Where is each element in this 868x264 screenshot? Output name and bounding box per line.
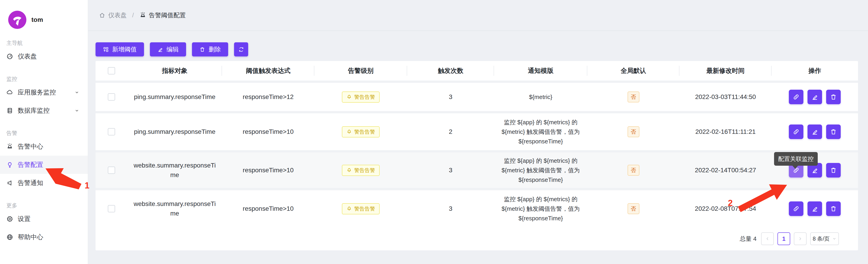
appstore-add-icon	[103, 47, 109, 53]
trash-icon	[830, 128, 837, 136]
edit-pen-icon	[811, 128, 818, 136]
col-header-updated: 最新修改时间	[679, 66, 772, 75]
row-edit-button[interactable]	[807, 124, 822, 139]
link-icon	[793, 128, 800, 136]
page-size-select[interactable]: 8 条/页	[810, 232, 839, 245]
edit-pen-icon	[811, 205, 818, 212]
table-footer: 总量 4 1 8 条/页	[96, 227, 858, 250]
page-number[interactable]: 1	[777, 232, 790, 245]
megaphone-icon	[6, 180, 13, 186]
next-page-button[interactable]	[794, 232, 807, 245]
chevron-down-icon	[74, 90, 80, 95]
table-header: 指标对象 阈值触发表达式 告警级别 触发次数 通知模版 全局默认 最新修改时间 …	[96, 61, 858, 81]
chevron-right-icon	[798, 236, 803, 241]
select-all-checkbox[interactable]	[108, 67, 115, 75]
sidebar-item-alert-center[interactable]: 告警中心	[0, 138, 88, 156]
row-checkbox[interactable]	[108, 167, 115, 174]
dashboard-icon	[6, 53, 13, 60]
row-edit-button[interactable]	[807, 201, 822, 216]
link-icon	[793, 205, 800, 212]
gear-icon	[6, 215, 13, 222]
breadcrumb-dashboard-link[interactable]: 仪表盘	[99, 11, 127, 19]
chevron-down-icon	[832, 237, 836, 241]
cell-updated: 2022-02-14T00:54:27	[679, 167, 772, 174]
warning-level-tag: 警告告警	[342, 203, 380, 214]
link-monitor-button[interactable]	[789, 124, 803, 139]
warning-level-tag: 警告告警	[342, 126, 380, 138]
row-actions	[789, 201, 841, 216]
refresh-button[interactable]	[234, 42, 248, 56]
main-area: 仪表盘 / 告警阈值配置 新增阈值 编辑	[88, 0, 868, 264]
sidebar-item-dashboard[interactable]: 仪表盘	[0, 47, 88, 65]
breadcrumb-current: 告警阈值配置	[140, 11, 186, 19]
row-delete-button[interactable]	[826, 90, 841, 104]
bell-icon	[346, 168, 352, 173]
sidebar-item-alert-config[interactable]: 告警配置	[0, 156, 88, 174]
cell-expression: responseTime>10	[222, 128, 314, 136]
tooltip-caret	[792, 165, 798, 169]
warning-level-tag: 警告告警	[342, 91, 380, 102]
link-monitor-button[interactable]	[789, 90, 803, 104]
table-row: ping.summary.responseTime responseTime>1…	[96, 111, 858, 150]
col-header-level: 告警级别	[314, 66, 407, 75]
link-monitor-button[interactable]	[789, 201, 803, 216]
sidebar-item-help-center[interactable]: 帮助中心	[0, 228, 88, 246]
row-checkbox[interactable]	[108, 128, 115, 136]
bell-icon	[346, 94, 352, 100]
sidebar-group-main: 主导航	[6, 39, 88, 47]
alert-siren-icon	[140, 12, 146, 19]
cell-times: 3	[407, 205, 494, 212]
sidebar-item-settings[interactable]: 设置	[0, 210, 88, 228]
trash-icon	[199, 47, 206, 53]
chevron-down-icon	[74, 108, 80, 113]
cell-times: 3	[407, 167, 494, 174]
global-default-tag: 否	[627, 91, 640, 102]
prev-page-button[interactable]	[761, 232, 774, 245]
sidebar-item-app-service-monitor[interactable]: 应用服务监控	[0, 83, 88, 101]
row-delete-button[interactable]	[826, 124, 841, 139]
globe-icon	[6, 234, 13, 240]
global-default-tag: 否	[627, 203, 640, 214]
edit-pen-icon	[811, 167, 818, 174]
row-delete-button[interactable]	[826, 201, 841, 216]
row-checkbox[interactable]	[108, 93, 115, 100]
row-edit-button[interactable]	[807, 90, 822, 104]
col-header-template: 通知模版	[494, 66, 587, 75]
database-icon	[6, 107, 13, 114]
sidebar-item-alert-notice[interactable]: 告警通知	[0, 174, 88, 192]
cell-template: 监控 ${app} 的 ${metrics} 的 ${metric} 触发阈值告…	[501, 117, 581, 146]
delete-button[interactable]: 删除	[192, 42, 228, 56]
breadcrumb-separator: /	[132, 12, 134, 19]
cell-updated: 2022-02-08T07:17:54	[679, 205, 772, 212]
cell-metric-object: website.summary.responseTime	[132, 199, 218, 218]
table-card: 指标对象 阈值触发表达式 告警级别 触发次数 通知模版 全局默认 最新修改时间 …	[96, 61, 858, 250]
cell-metric-object: ping.summary.responseTime	[134, 92, 215, 102]
cell-template: ${metric}	[529, 92, 553, 102]
col-header-actions: 操作	[772, 66, 858, 75]
table-row: website.summary.responseTime responseTim…	[96, 188, 858, 227]
cell-updated: 2022-02-16T11:11:21	[679, 128, 772, 136]
col-header-metric-object: 指标对象	[127, 66, 222, 75]
chevron-left-icon	[765, 236, 770, 241]
sidebar-group-monitor: 监控	[6, 75, 88, 83]
toolbar: 新增阈值 编辑 删除	[96, 42, 858, 56]
table-row: ping.summary.responseTime responseTime>1…	[96, 81, 858, 111]
tooltip-link-monitor: 配置关联监控	[774, 152, 818, 166]
cell-times: 3	[407, 93, 494, 100]
add-threshold-button[interactable]: 新增阈值	[96, 42, 144, 56]
link-icon	[793, 93, 800, 100]
edit-button[interactable]: 编辑	[150, 42, 186, 56]
row-checkbox[interactable]	[108, 205, 115, 212]
sidebar-item-database-monitor[interactable]: 数据库监控	[0, 101, 88, 120]
username: tom	[31, 16, 43, 24]
table-row: website.summary.responseTime responseTim…	[96, 150, 858, 188]
cell-times: 2	[407, 128, 494, 136]
sidebar: tom 主导航 仪表盘 监控 应用服务监控 数据库监控 告警 告警中心	[0, 0, 88, 264]
content: 新增阈值 编辑 删除	[88, 31, 868, 264]
row-delete-button[interactable]	[826, 163, 841, 177]
col-header-expression: 阈值触发表达式	[222, 66, 314, 75]
global-default-tag: 否	[627, 165, 640, 176]
bell-icon	[346, 129, 352, 135]
global-default-tag: 否	[627, 126, 640, 137]
user-profile[interactable]: tom	[0, 0, 88, 30]
